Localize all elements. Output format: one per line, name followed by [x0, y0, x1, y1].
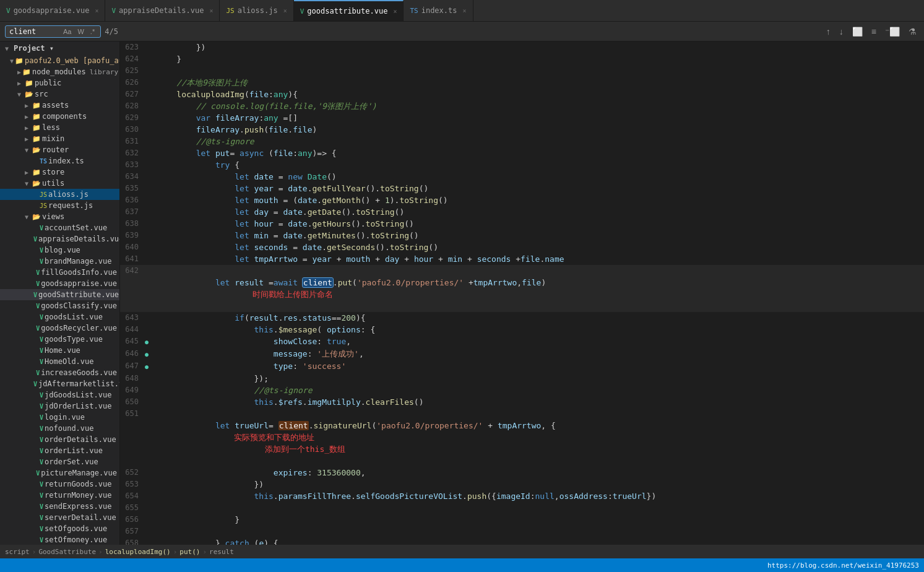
folder-icon: 📂: [32, 180, 41, 188]
sidebar-item-goodsClassify[interactable]: V goodsClassify.vue: [0, 300, 119, 311]
breadcrumb-sep: ›: [98, 548, 103, 556]
sidebar-item-setOfmoney[interactable]: V setOfmoney.vue: [0, 534, 119, 545]
sidebar-item-goodsRecycler[interactable]: V goodsRecycler.vue: [0, 323, 119, 334]
src-label: src: [35, 90, 48, 98]
sidebar-item-setOfgoods[interactable]: V setOfgoods.vue: [0, 523, 119, 534]
sidebar: Project ▾ 📁 paofu2.0_web [paofu_autarky]…: [0, 41, 120, 545]
tab-close-btn[interactable]: ×: [95, 7, 98, 14]
vue-label: increaseGoods.vue: [41, 368, 117, 377]
sidebar-item-public[interactable]: 📁 public: [0, 77, 119, 89]
sidebar-item-sendExpress[interactable]: V sendExpress.vue: [0, 501, 119, 512]
sidebar-item-src[interactable]: 📂 src: [0, 89, 119, 100]
sidebar-item-request-js[interactable]: JS request.js: [0, 200, 119, 211]
tab-goodsappraise[interactable]: V goodsappraise.vue ×: [0, 0, 105, 21]
sidebar-item-brandManage[interactable]: V brandManage.vue: [0, 256, 119, 267]
status-bar: https://blog.csdn.net/weixin_41976253: [0, 558, 924, 572]
sidebar-item-Home[interactable]: V Home.vue: [0, 345, 119, 356]
tab-close-btn[interactable]: ×: [283, 7, 287, 14]
public-chevron: [17, 80, 24, 87]
sidebar-item-jdGoodsList[interactable]: V jdGoodsList.vue: [0, 389, 119, 401]
tab-index[interactable]: TS index.ts ×: [404, 0, 473, 21]
public-label: public: [35, 79, 61, 87]
sidebar-item-returnGoods[interactable]: V returnGoods.vue: [0, 479, 119, 490]
regex-btn[interactable]: .*: [89, 27, 97, 36]
tab-appraiseDetails[interactable]: V appraiseDetails.vue ×: [105, 0, 220, 21]
vue-label: brandManage.vue: [45, 257, 111, 266]
tab-goodSattribute[interactable]: V goodsattribute.vue ×: [294, 0, 404, 21]
search-input[interactable]: [9, 27, 59, 36]
sidebar-item-jdAftermarketlist[interactable]: V jdAftermarketlist.vue: [0, 378, 119, 389]
sidebar-item-pictureManage[interactable]: V pictureManage.vue: [0, 467, 119, 479]
table-row: 644 this.$message( options: {: [120, 324, 924, 336]
sidebar-item-nofound[interactable]: V nofound.vue: [0, 423, 119, 434]
sidebar-item-login[interactable]: V login.vue: [0, 412, 119, 423]
table-row: 655: [120, 502, 924, 514]
tab-close-btn[interactable]: ×: [209, 7, 213, 14]
vue-file-icon: V: [6, 7, 11, 15]
sidebar-item-orderDetails[interactable]: V orderDetails.vue: [0, 434, 119, 445]
sidebar-item-fillGoodsInfo[interactable]: V fillGoodsInfo.vue: [0, 267, 119, 278]
table-row: 652 expires: 315360000,: [120, 467, 924, 479]
breadcrumb-result[interactable]: result: [209, 548, 234, 556]
sidebar-item-jdOrderList[interactable]: V jdOrderList.vue: [0, 401, 119, 412]
vue-label: goodsType.vue: [45, 335, 103, 344]
sidebar-item-appraiseDetails[interactable]: V appraiseDetails.vue: [0, 233, 119, 245]
sidebar-item-alioss-js[interactable]: JS alioss.js: [0, 189, 119, 200]
table-row: 642 let result =await client.put('paofu2…: [120, 265, 924, 312]
sidebar-item-assets[interactable]: 📁 assets: [0, 100, 119, 111]
sidebar-item-views[interactable]: 📂 views: [0, 211, 119, 222]
sidebar-item-goodSattribute[interactable]: V goodSattribute.vue: [0, 289, 119, 300]
table-row: 640 let seconds = date.getSeconds().toSt…: [120, 241, 924, 253]
vue-label: goodsClassify.vue: [41, 301, 117, 310]
find-replace-btn[interactable]: ⁻⬜: [883, 25, 902, 38]
sidebar-item-HomeOld[interactable]: V HomeOld.vue: [0, 356, 119, 367]
project-header[interactable]: Project ▾: [0, 41, 119, 55]
sidebar-item-accountSet[interactable]: V accountSet.vue: [0, 222, 119, 233]
folder-icon: 📁: [32, 135, 41, 143]
sidebar-item-goodsappraise[interactable]: V goodsappraise.vue: [0, 278, 119, 289]
sidebar-item-store[interactable]: 📁 store: [0, 167, 119, 178]
root-folder[interactable]: 📁 paofu2.0_web [paofu_autarky]: [0, 55, 119, 66]
find-selection-btn[interactable]: ≡: [869, 25, 879, 38]
sidebar-item-mixin[interactable]: 📁 mixin: [0, 133, 119, 144]
sidebar-item-index-ts[interactable]: TS index.ts: [0, 155, 119, 167]
root-chevron: [10, 58, 14, 64]
tab-close-btn[interactable]: ×: [462, 7, 466, 14]
search-bar: Aa W .* 4/5 ↑ ↓ ⬜ ≡ ⁻⬜ ⚗: [0, 22, 924, 41]
whole-word-btn[interactable]: W: [76, 27, 85, 36]
sidebar-item-router[interactable]: 📂 router: [0, 144, 119, 155]
sidebar-item-node_modules[interactable]: 📁 node_modules library root: [0, 66, 119, 77]
sidebar-item-goodsList[interactable]: V goodsList.vue: [0, 311, 119, 323]
breadcrumb-script[interactable]: script: [5, 548, 30, 556]
tab-label: index.ts: [421, 6, 457, 15]
match-case-btn[interactable]: Aa: [61, 27, 73, 36]
table-row: 625: [120, 65, 924, 77]
next-match-btn[interactable]: ↓: [837, 25, 846, 38]
sidebar-item-orderSet[interactable]: V orderSet.vue: [0, 456, 119, 467]
folder-icon: 📁: [32, 113, 41, 121]
sidebar-item-blog[interactable]: V blog.vue: [0, 245, 119, 256]
word-wrap-btn[interactable]: ⬜: [850, 25, 865, 38]
sidebar-item-serverDetail[interactable]: V serverDetail.vue: [0, 512, 119, 523]
breadcrumb-class[interactable]: GoodSattribute: [38, 548, 96, 556]
sidebar-item-less[interactable]: 📁 less: [0, 122, 119, 133]
tab-alioss[interactable]: JS alioss.js ×: [220, 0, 293, 21]
sidebar-item-components[interactable]: 📁 components: [0, 111, 119, 122]
table-row: 633 try {: [120, 159, 924, 171]
sidebar-item-goodsType[interactable]: V goodsType.vue: [0, 334, 119, 345]
prev-match-btn[interactable]: ↑: [824, 25, 833, 38]
vue-label: returnGoods.vue: [45, 480, 111, 488]
tab-close-btn[interactable]: ×: [393, 8, 397, 15]
code-editor[interactable]: 623 }) 624 } 625: [120, 41, 924, 545]
sidebar-item-utils[interactable]: 📂 utils: [0, 178, 119, 189]
router-label: router: [42, 145, 69, 154]
breadcrumb-sep: ›: [32, 548, 37, 556]
js-icon: JS: [40, 202, 47, 209]
breadcrumb-fn-put[interactable]: put(): [179, 548, 200, 556]
table-row: 627 localuploadImg(file:any){: [120, 89, 924, 100]
sidebar-item-orderList[interactable]: V orderList.vue: [0, 445, 119, 456]
filter-btn[interactable]: ⚗: [906, 25, 919, 38]
breadcrumb-fn-localupload[interactable]: localuploadImg(): [105, 548, 171, 556]
sidebar-item-returnMoney[interactable]: V returnMoney.vue: [0, 490, 119, 501]
sidebar-item-increaseGoods[interactable]: V increaseGoods.vue: [0, 367, 119, 378]
